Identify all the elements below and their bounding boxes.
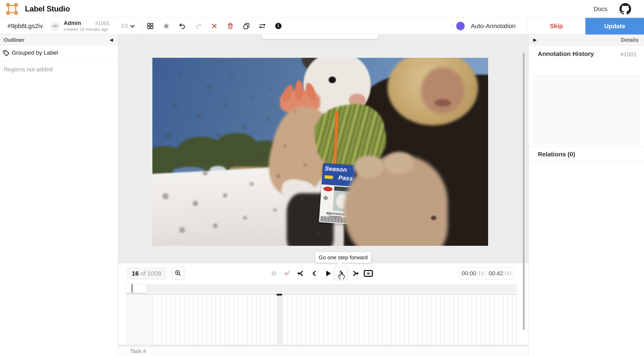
prev-keypoint-button[interactable] <box>294 267 307 280</box>
ruler-tick <box>189 294 189 344</box>
grid-view-button[interactable] <box>146 21 155 31</box>
next-keypoint-button[interactable] <box>349 267 362 280</box>
badge-year-chip <box>324 175 333 179</box>
ruler-tick <box>216 294 216 344</box>
time-duration-main: 00:42 <box>488 270 503 276</box>
github-icon[interactable] <box>620 3 631 15</box>
task-footer-label: Task # <box>130 346 146 356</box>
relations-button[interactable] <box>258 21 267 31</box>
annotation-status: created, 19 minutes ago <box>64 27 108 32</box>
ruler-tick <box>274 294 274 344</box>
ruler-tick <box>341 294 342 344</box>
video-person-mouth <box>434 99 451 107</box>
ruler-tick <box>157 294 158 344</box>
auto-annotation-toggle[interactable] <box>452 23 465 29</box>
task-id-section: #9pb8Lgs2iv <box>0 18 45 34</box>
undo-icon <box>178 22 186 30</box>
ruler-tick <box>198 294 198 344</box>
trash-icon <box>226 22 234 30</box>
label-studio-logo-icon[interactable] <box>6 3 18 15</box>
delete-button[interactable] <box>226 21 235 31</box>
snow-speck <box>270 88 273 91</box>
group-by-label-dropdown[interactable]: Grouped by Label <box>0 45 118 61</box>
snow-speck <box>317 231 321 235</box>
ruler-tick <box>418 294 418 344</box>
outliner-header: Outliner ◀ <box>0 34 118 45</box>
ruler-tick <box>458 294 458 344</box>
task-footer: Task # <box>118 346 528 356</box>
info-button[interactable] <box>274 21 283 31</box>
ruler-tick <box>512 294 512 344</box>
ruler-tick <box>296 294 297 344</box>
ruler-tick <box>252 294 252 344</box>
details-header: ▶ Details <box>529 34 644 46</box>
grid-view-icon <box>146 22 154 30</box>
ruler-tick <box>368 294 369 344</box>
annotation-section[interactable]: AD Admin created, 19 minutes ago #1001 1… <box>45 18 142 34</box>
keypoint-toggle-icon <box>283 269 291 278</box>
task-id: #9pb8Lgs2iv <box>8 18 43 34</box>
ruler-tick <box>180 294 180 344</box>
seek-track[interactable] <box>126 284 517 293</box>
ruler-tick <box>467 294 468 344</box>
reject-button[interactable] <box>210 21 219 31</box>
collapse-panel-icon[interactable]: ◀ <box>110 38 114 42</box>
task-bar: #9pb8Lgs2iv AD Admin created, 19 minutes… <box>0 18 644 34</box>
update-button[interactable]: Update <box>586 18 644 34</box>
ruler-tick <box>332 294 333 344</box>
frame-counter[interactable]: 16 of 1008 <box>127 267 166 280</box>
time-position-frames: :16 <box>476 270 484 276</box>
redo-button[interactable] <box>194 21 203 31</box>
play-button[interactable] <box>322 267 334 280</box>
time-duration: 00:42:00 <box>486 268 513 279</box>
auto-annotation-label: Auto-Annotation <box>471 22 516 30</box>
keypoint-toggle-button[interactable] <box>281 267 293 280</box>
skip-button[interactable]: Skip <box>527 18 586 34</box>
logo-corner <box>14 3 18 7</box>
overlay-toggle-icon <box>363 269 373 278</box>
video-canvas[interactable]: Season Pass ❉ RATATOUILLE BOWERS <box>152 58 488 246</box>
ruler-tick <box>413 294 414 344</box>
ruler-tick <box>472 294 472 344</box>
relations-section[interactable]: Relations (0) <box>529 146 644 162</box>
video-hand-finger <box>295 80 303 101</box>
zoom-in-icon <box>174 270 182 277</box>
ruler-tick <box>301 294 302 344</box>
star-button[interactable] <box>162 21 171 31</box>
ruler-tick <box>445 294 445 344</box>
keypoint-add-button[interactable] <box>268 267 280 280</box>
video-knuckle <box>384 152 414 174</box>
frame-ruler[interactable] <box>126 294 517 344</box>
star-icon <box>162 22 170 30</box>
overlay-toggle-button[interactable] <box>362 267 374 280</box>
ruler-tick <box>324 294 324 344</box>
snow-speck <box>327 212 331 216</box>
next-keypoint-icon <box>351 269 360 278</box>
group-by-label: Grouped by Label <box>12 45 58 60</box>
duplicate-icon <box>242 22 250 30</box>
ruler-tick <box>355 294 355 344</box>
prev-frame-button[interactable] <box>308 267 320 280</box>
expand-panel-icon[interactable]: ▶ <box>533 37 537 43</box>
top-header: Label Studio Docs <box>0 0 644 18</box>
details-title: Details <box>621 34 638 46</box>
hand-cursor-icon <box>336 270 346 280</box>
chevron-down-icon[interactable] <box>129 23 136 30</box>
seek-viewport-handle[interactable] <box>126 284 147 293</box>
vertical-scrollbar[interactable] <box>523 52 525 330</box>
current-frame-marker <box>277 294 282 296</box>
badge-header: Season Pass <box>322 163 356 186</box>
duplicate-button[interactable] <box>242 21 251 31</box>
ruler-tick <box>476 294 476 344</box>
undo-button[interactable] <box>178 21 187 31</box>
ruler-tick <box>247 294 248 344</box>
relations-title: Relations (0) <box>538 147 575 162</box>
docs-link[interactable]: Docs <box>594 0 608 18</box>
ruler-tick <box>386 294 387 344</box>
zoom-in-button[interactable] <box>172 267 184 280</box>
keypoint-add-icon <box>270 269 278 278</box>
regions-empty-message: Regions not added <box>4 66 52 73</box>
ruler-tick <box>166 294 167 344</box>
ruler-tick <box>153 294 153 344</box>
details-panel: ▶ Details Annotation History #1001 Relat… <box>528 34 644 356</box>
